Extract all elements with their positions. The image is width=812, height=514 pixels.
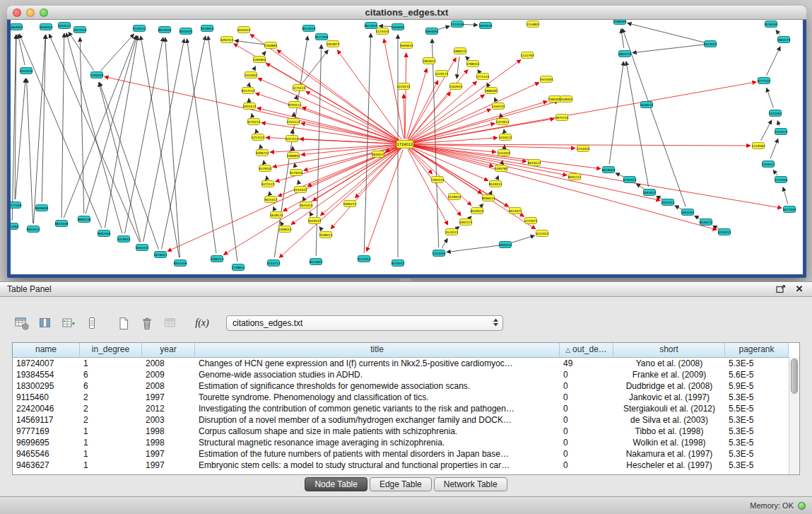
graph-node[interactable]: 1724012 xyxy=(396,141,413,148)
graph-node[interactable]: 2442112 xyxy=(267,260,281,267)
graph-node[interactable]: 9571309 xyxy=(315,34,329,40)
graph-node[interactable]: 9245012 xyxy=(392,260,405,267)
table-row[interactable]: 911546021997Tourette syndrome. Phenomeno… xyxy=(13,392,799,403)
graph-node[interactable]: 9136193 xyxy=(765,21,778,28)
graph-node[interactable]: 1858343 xyxy=(40,24,53,30)
import-table-icon[interactable] xyxy=(161,315,180,332)
graph-node[interactable]: 2616051 xyxy=(154,252,167,258)
network-view-canvas[interactable]: 1664063185834319402232053103205310413402… xyxy=(11,20,803,274)
graph-node[interactable]: 8549314 xyxy=(471,208,484,214)
graph-node[interactable]: 1314350 xyxy=(433,250,446,257)
graph-node[interactable]: 1886481 xyxy=(485,88,498,94)
table-row[interactable]: 946362711997Embryonic stem cells: a mode… xyxy=(13,460,799,471)
graph-node[interactable]: 6610123 xyxy=(528,160,541,166)
column-header-year[interactable]: year xyxy=(142,343,195,357)
graph-node[interactable]: 4471123 xyxy=(261,181,275,187)
graph-node[interactable]: 1788341 xyxy=(466,61,480,67)
table-scrollbar-thumb[interactable] xyxy=(791,358,798,394)
graph-node[interactable]: 1019653 xyxy=(117,236,131,243)
graph-node[interactable]: 1518451 xyxy=(448,194,461,200)
table-row[interactable]: 2242004622012Investigating the contribut… xyxy=(13,403,799,414)
table-row[interactable]: 1938455462009Genome-wide association stu… xyxy=(13,369,799,380)
graph-node[interactable]: 1321613 xyxy=(496,119,510,125)
delete-table-icon[interactable] xyxy=(138,315,156,332)
graph-node[interactable]: 1392141 xyxy=(431,177,445,183)
graph-node[interactable]: 1257123 xyxy=(252,134,265,141)
table-selector-dropdown[interactable]: citations_edges.txt xyxy=(226,315,503,331)
graph-node[interactable]: 3579102 xyxy=(259,165,272,172)
graph-node[interactable]: 3396731 xyxy=(256,150,269,156)
graph-node[interactable]: 9050514 xyxy=(27,226,40,233)
graph-node[interactable]: 9501559 xyxy=(174,260,187,267)
graph-node[interactable]: 9277431 xyxy=(758,78,771,84)
graph-node[interactable]: 1162615 xyxy=(449,83,463,90)
graph-node[interactable]: 1080211 xyxy=(343,201,357,207)
table-mode-icon[interactable] xyxy=(13,315,31,332)
graph-node[interactable]: 1900443 xyxy=(499,242,512,248)
graph-node[interactable]: 1237671 xyxy=(524,218,538,224)
new-table-icon[interactable] xyxy=(114,315,133,332)
column-header-out-de-[interactable]: △out_de… xyxy=(560,343,613,357)
float-panel-icon[interactable] xyxy=(775,284,787,294)
graph-node[interactable]: 7625413 xyxy=(264,197,278,203)
graph-node[interactable]: 1639141 xyxy=(308,218,322,224)
graph-node[interactable]: 1432561 xyxy=(769,110,782,117)
row-height-icon[interactable] xyxy=(83,315,101,332)
table-scrollbar[interactable] xyxy=(789,357,799,474)
graph-node[interactable]: 1864375 xyxy=(618,51,632,57)
graph-node[interactable]: 1170304 xyxy=(775,177,788,183)
graph-node[interactable]: 1624321 xyxy=(509,208,522,214)
graph-node[interactable]: 1830029 xyxy=(479,23,493,29)
graph-node[interactable]: 2251123 xyxy=(287,119,300,125)
graph-node[interactable]: 2053104 xyxy=(20,68,33,74)
tab-network-table[interactable]: Network Table xyxy=(434,477,507,491)
graph-node[interactable]: 3579104 xyxy=(290,170,303,176)
graph-node[interactable]: 1771141 xyxy=(476,74,490,80)
graph-node[interactable]: 8096513 xyxy=(482,195,495,201)
graph-node[interactable]: 4257123 xyxy=(286,136,299,142)
graph-node[interactable]: 1628131 xyxy=(270,212,283,218)
column-header-title[interactable]: title xyxy=(195,343,560,357)
graph-node[interactable]: 4492311 xyxy=(220,37,234,43)
graph-node[interactable]: 2186305 xyxy=(613,20,627,25)
graph-node[interactable]: 3035022 xyxy=(237,27,251,33)
graph-node[interactable]: 3101313 xyxy=(661,199,675,206)
graph-node[interactable]: 2114140 xyxy=(451,21,464,28)
graph-node[interactable]: 1624043 xyxy=(704,41,717,47)
graph-node[interactable]: 1524511 xyxy=(445,229,459,235)
graph-node[interactable]: 9902556 xyxy=(98,230,111,237)
graph-node[interactable]: 8990136 xyxy=(78,216,91,223)
graph-node[interactable]: 1220171 xyxy=(435,71,449,77)
minimize-window-button[interactable] xyxy=(26,8,35,17)
graph-node[interactable]: 1973493 xyxy=(540,76,553,83)
graph-node[interactable]: 1980231 xyxy=(454,48,467,54)
graph-node[interactable]: 3361613 xyxy=(643,189,657,196)
graph-node[interactable]: 1604261 xyxy=(681,209,695,216)
graph-node[interactable]: 1510341 xyxy=(294,187,307,193)
graph-node[interactable]: 1694610 xyxy=(400,42,413,49)
graph-node[interactable]: 8525601 xyxy=(310,259,323,265)
graph-node[interactable]: 1495781 xyxy=(495,165,508,172)
table-row[interactable]: 1456911722003Disruption of a novel membe… xyxy=(13,414,799,426)
graph-node[interactable]: 8613044 xyxy=(158,27,172,33)
graph-node[interactable]: 1340202 xyxy=(90,72,104,78)
graph-node[interactable]: 9699695 xyxy=(35,205,49,211)
close-panel-icon[interactable]: ✕ xyxy=(794,284,805,294)
graph-node[interactable]: 8157133 xyxy=(242,88,255,94)
graph-node[interactable]: 1940223 xyxy=(58,23,71,29)
graph-node[interactable]: 2275113 xyxy=(293,85,306,91)
column-header-short[interactable]: short xyxy=(613,343,725,357)
graph-node[interactable]: 1664091 xyxy=(425,28,439,35)
graph-node[interactable]: 6791913 xyxy=(623,177,637,183)
column-header-pagerank[interactable]: pagerank xyxy=(725,343,789,357)
graph-node[interactable]: 1664063 xyxy=(11,24,23,30)
show-columns-icon[interactable] xyxy=(36,315,54,332)
graph-node[interactable]: 9777169 xyxy=(11,202,22,209)
function-builder-icon[interactable]: f(x) xyxy=(193,315,211,332)
table-row[interactable]: 977716911998Corpus callosum shape and si… xyxy=(13,426,799,437)
graph-node[interactable]: 3386891 xyxy=(287,153,300,159)
graph-node[interactable]: 1904873 xyxy=(326,41,340,47)
graph-node[interactable]: 1677450 xyxy=(783,206,796,213)
graph-node[interactable]: 1281804 xyxy=(253,57,266,63)
graph-node[interactable]: 7308413 xyxy=(278,226,292,233)
